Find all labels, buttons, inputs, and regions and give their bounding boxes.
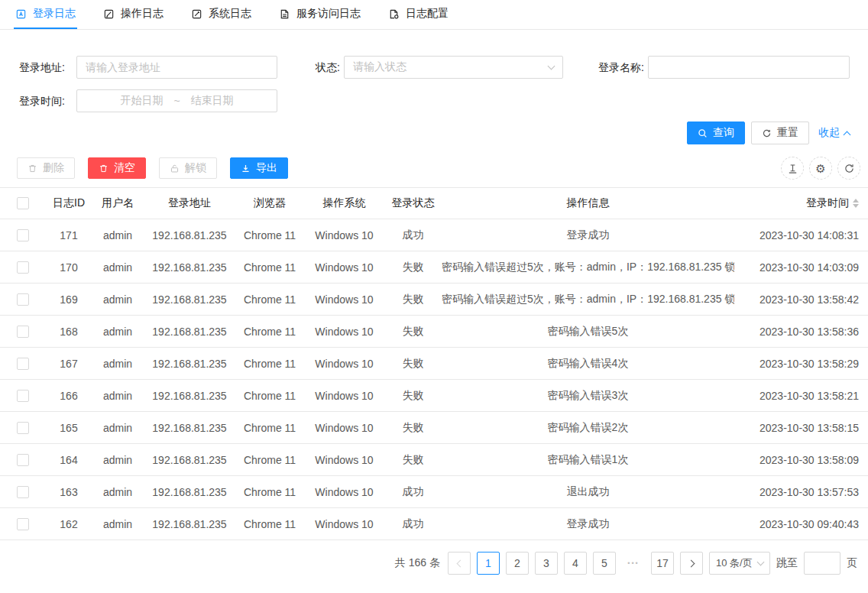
pagination-prev-button[interactable] bbox=[448, 552, 471, 575]
cell-log-id: 165 bbox=[46, 422, 92, 434]
column-header-login-address: 登录地址 bbox=[144, 196, 235, 210]
status-label: 状态: bbox=[302, 56, 340, 79]
page-size-select[interactable]: 10 条/页 bbox=[709, 552, 770, 575]
column-header-username: 用户名 bbox=[92, 196, 144, 210]
cell-log-id: 167 bbox=[46, 358, 92, 370]
tab-system-log[interactable]: 系统日志 bbox=[189, 0, 253, 29]
refresh-button[interactable] bbox=[837, 157, 860, 180]
delete-button[interactable]: 删除 bbox=[17, 157, 75, 179]
cell-login-time: 2023-10-30 14:08:31 bbox=[734, 229, 868, 241]
cell-login-address: 192.168.81.235 bbox=[144, 229, 235, 241]
sort-descending-icon[interactable] bbox=[853, 204, 859, 208]
row-checkbox[interactable] bbox=[17, 486, 29, 498]
cell-login-address: 192.168.81.235 bbox=[144, 454, 235, 466]
unlock-button[interactable]: 解锁 bbox=[159, 157, 217, 179]
row-checkbox[interactable] bbox=[17, 422, 29, 434]
reset-button[interactable]: 重置 bbox=[751, 122, 809, 144]
cell-browser: Chrome 11 bbox=[235, 229, 304, 241]
edit-square-icon bbox=[103, 8, 115, 20]
table-row: 170 admin 192.168.81.235 Chrome 11 Windo… bbox=[0, 251, 868, 284]
tab-operation-log[interactable]: 操作日志 bbox=[102, 0, 165, 29]
cell-message: 密码输入错误3次 bbox=[442, 389, 734, 403]
sorter bbox=[853, 199, 859, 208]
table-row: 168 admin 192.168.81.235 Chrome 11 Windo… bbox=[0, 316, 868, 348]
table-row: 162 admin 192.168.81.235 Chrome 11 Windo… bbox=[0, 508, 868, 540]
clear-button[interactable]: 清空 bbox=[88, 157, 146, 179]
cell-log-id: 166 bbox=[46, 390, 92, 402]
cell-browser: Chrome 11 bbox=[235, 358, 304, 370]
cell-message: 密码输入错误5次 bbox=[442, 325, 734, 339]
row-checkbox[interactable] bbox=[17, 293, 29, 306]
chevron-right-icon bbox=[687, 559, 695, 567]
row-checkbox[interactable] bbox=[17, 390, 29, 402]
table-header-row: 日志ID 用户名 登录地址 浏览器 操作系统 登录状态 操作信息 登录时间 bbox=[0, 187, 868, 219]
pagination-page-button[interactable]: 5 bbox=[593, 552, 616, 575]
cell-username: admin bbox=[92, 486, 144, 498]
cell-login-time: 2023-10-30 14:03:09 bbox=[734, 261, 868, 274]
date-range-picker[interactable]: 开始日期 ~ 结束日期 bbox=[76, 89, 277, 112]
cell-browser: Chrome 11 bbox=[235, 518, 304, 530]
status-select[interactable]: 请输入状态 bbox=[344, 56, 563, 79]
login-name-input[interactable] bbox=[648, 56, 850, 79]
row-checkbox[interactable] bbox=[17, 229, 29, 241]
column-header-login-time-sortable[interactable]: 登录时间 bbox=[734, 196, 868, 210]
table-toolbar: 删除 清空 解锁 导出 bbox=[0, 149, 868, 187]
tab-service-access-log[interactable]: 服务访问日志 bbox=[277, 0, 362, 29]
login-log-page: 登录日志 操作日志 系统日志 服务访问日志 bbox=[0, 0, 868, 593]
cell-log-id: 164 bbox=[46, 454, 92, 466]
pagination-page-button[interactable]: 2 bbox=[506, 552, 529, 575]
pagination-page-button[interactable]: 17 bbox=[651, 552, 674, 575]
cell-os: Windows 10 bbox=[304, 518, 384, 530]
sort-ascending-icon[interactable] bbox=[853, 199, 859, 203]
column-header-login-time-label: 登录时间 bbox=[806, 196, 849, 210]
chevron-up-icon bbox=[844, 131, 851, 138]
cell-os: Windows 10 bbox=[304, 486, 384, 498]
login-log-icon bbox=[15, 8, 27, 20]
column-header-message: 操作信息 bbox=[442, 196, 734, 210]
select-all-checkbox[interactable] bbox=[17, 197, 29, 209]
row-checkbox[interactable] bbox=[17, 261, 29, 274]
tab-log-config[interactable]: 日志配置 bbox=[387, 0, 450, 29]
table-row: 163 admin 192.168.81.235 Chrome 11 Windo… bbox=[0, 476, 868, 508]
cell-login-time: 2023-10-30 13:57:53 bbox=[734, 486, 868, 498]
pagination-page-button[interactable]: 1 bbox=[477, 552, 500, 575]
pagination-next-button[interactable] bbox=[680, 552, 703, 575]
column-header-os: 操作系统 bbox=[304, 196, 384, 210]
table-row: 169 admin 192.168.81.235 Chrome 11 Windo… bbox=[0, 284, 868, 316]
edit-square-icon bbox=[191, 8, 202, 20]
row-checkbox[interactable] bbox=[17, 454, 29, 466]
table-row: 166 admin 192.168.81.235 Chrome 11 Windo… bbox=[0, 380, 868, 412]
column-settings-button[interactable]: ⚙ bbox=[809, 157, 832, 180]
row-density-button[interactable] bbox=[781, 157, 804, 180]
row-checkbox[interactable] bbox=[17, 358, 29, 370]
pagination-page-button[interactable]: 3 bbox=[535, 552, 558, 575]
collapse-link[interactable]: 收起 bbox=[818, 126, 850, 140]
pagination-page-button[interactable]: 4 bbox=[564, 552, 587, 575]
chevron-down-icon bbox=[757, 559, 765, 566]
date-start-placeholder: 开始日期 bbox=[120, 94, 163, 108]
tab-login-log[interactable]: 登录日志 bbox=[14, 0, 77, 29]
date-range-separator: ~ bbox=[173, 95, 180, 107]
cell-username: admin bbox=[92, 326, 144, 338]
search-button[interactable]: 查询 bbox=[687, 122, 745, 144]
cell-log-id: 163 bbox=[46, 486, 92, 498]
cell-log-id: 168 bbox=[46, 326, 92, 338]
cell-login-address: 192.168.81.235 bbox=[144, 261, 235, 274]
row-checkbox[interactable] bbox=[17, 518, 29, 530]
jump-page-input[interactable] bbox=[804, 552, 840, 575]
cell-os: Windows 10 bbox=[304, 358, 384, 370]
cell-login-time: 2023-10-30 13:58:36 bbox=[734, 326, 868, 338]
tab-label: 系统日志 bbox=[209, 7, 251, 21]
cell-log-id: 169 bbox=[46, 293, 92, 306]
row-checkbox[interactable] bbox=[17, 326, 29, 338]
cell-login-status: 失败 bbox=[384, 357, 442, 371]
cell-message: 密码输入错误超过5次，账号：admin，IP：192.168.81.235 锁定… bbox=[442, 261, 734, 274]
cell-os: Windows 10 bbox=[304, 454, 384, 466]
table-tool-icons: ⚙ bbox=[776, 157, 860, 180]
cell-login-address: 192.168.81.235 bbox=[144, 518, 235, 530]
export-button[interactable]: 导出 bbox=[230, 157, 288, 179]
cell-login-status: 失败 bbox=[384, 389, 442, 403]
search-button-label: 查询 bbox=[713, 126, 734, 140]
cell-login-status: 失败 bbox=[384, 293, 442, 306]
login-address-input[interactable] bbox=[76, 56, 277, 79]
